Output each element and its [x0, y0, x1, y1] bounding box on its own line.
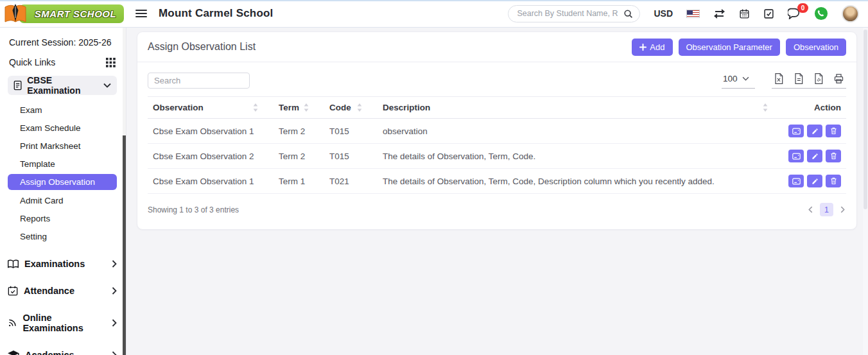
- menu-toggle-button[interactable]: [135, 9, 147, 18]
- cell-code: T015: [324, 144, 378, 169]
- page-size-select[interactable]: 100: [722, 74, 755, 89]
- sort-icon[interactable]: [763, 103, 768, 112]
- logo-text: SMART SCHOOL: [35, 8, 116, 19]
- quick-links-label: Quick Links: [9, 57, 55, 67]
- pagination: 1: [807, 203, 846, 216]
- book-open-icon: [8, 259, 19, 269]
- sort-icon[interactable]: [304, 103, 309, 112]
- print-icon[interactable]: [833, 73, 844, 84]
- export-pdf-icon[interactable]: [813, 73, 824, 84]
- column-header-description[interactable]: Description: [383, 103, 430, 112]
- showing-entries-label: Showing 1 to 3 of 3 entries: [148, 205, 239, 214]
- quick-links-button[interactable]: Quick Links: [9, 57, 116, 67]
- document-icon: [13, 80, 22, 91]
- delete-button[interactable]: [826, 150, 841, 162]
- chevron-right-icon: [112, 319, 117, 327]
- cell-observation: Cbse Exam Observation 1: [148, 169, 273, 194]
- hamburger-icon: [135, 9, 147, 18]
- top-header: SMART SCHOOL Mount Carmel School USD: [0, 0, 868, 28]
- check-square-icon: [763, 8, 774, 19]
- logo-book-icon: [3, 3, 28, 24]
- export-excel-icon[interactable]: [774, 73, 784, 84]
- currency-label[interactable]: USD: [654, 8, 673, 19]
- table-row: Cbse Exam Observation 1 Term 2 T015 obse…: [148, 119, 846, 144]
- sort-icon[interactable]: [357, 103, 362, 112]
- user-avatar[interactable]: [842, 5, 859, 22]
- messages-button[interactable]: 0: [788, 8, 801, 19]
- sidebar-item-exam-schedule[interactable]: Exam Schedule: [8, 119, 117, 137]
- previous-page-button[interactable]: [807, 205, 814, 214]
- pencil-icon: [812, 178, 819, 185]
- export-csv-icon[interactable]: [794, 73, 804, 84]
- pencil-icon: [812, 128, 819, 135]
- whatsapp-button[interactable]: [814, 6, 828, 21]
- edit-button[interactable]: [807, 125, 822, 137]
- sidebar-item-admit-card[interactable]: Admit Card: [8, 191, 117, 209]
- app-logo[interactable]: SMART SCHOOL: [0, 3, 126, 24]
- sidebar-section-cbse-examination[interactable]: CBSE Examination: [8, 76, 117, 95]
- calendar-button[interactable]: [739, 8, 750, 19]
- tasks-button[interactable]: [763, 8, 774, 19]
- sidebar-item-assign-observation[interactable]: Assign Observation: [8, 174, 117, 190]
- delete-button[interactable]: [826, 175, 841, 187]
- column-header-term[interactable]: Term: [279, 103, 299, 112]
- chevron-right-icon: [112, 287, 117, 295]
- graduation-cap-icon: [8, 351, 19, 355]
- calendar-icon: [739, 8, 750, 19]
- chevron-down-icon: [103, 83, 111, 88]
- sidebar-item-setting[interactable]: Setting: [8, 227, 117, 245]
- table-search-input[interactable]: [148, 73, 250, 89]
- page-scrollbar-track[interactable]: [863, 28, 868, 355]
- global-search-input[interactable]: [517, 9, 623, 18]
- cell-term: Term 2: [273, 119, 324, 144]
- add-button[interactable]: Add: [632, 39, 672, 56]
- edit-button[interactable]: [807, 175, 822, 187]
- school-name: Mount Carmel School: [159, 7, 273, 20]
- next-page-button[interactable]: [839, 205, 846, 214]
- cell-observation: Cbse Exam Observation 1: [148, 119, 273, 144]
- assign-card-button[interactable]: [788, 175, 804, 187]
- cell-code: T015: [324, 119, 378, 144]
- column-header-observation[interactable]: Observation: [153, 103, 204, 112]
- whatsapp-icon: [814, 6, 828, 21]
- main-content: Assign Observation List Add Observation …: [126, 28, 868, 355]
- sidebar-item-exam[interactable]: Exam: [8, 101, 117, 119]
- sidebar-item-print-marksheet[interactable]: Print Marksheet: [8, 137, 117, 155]
- language-switch-button[interactable]: [713, 9, 725, 19]
- global-search[interactable]: [508, 5, 640, 22]
- sidebar-item-reports[interactable]: Reports: [8, 209, 117, 227]
- calendar-check-icon: [8, 286, 18, 296]
- sidebar-section-examinations[interactable]: Examinations: [8, 259, 117, 269]
- page-scrollbar-thumb[interactable]: [864, 30, 867, 209]
- assign-card-button[interactable]: [788, 125, 804, 137]
- chevron-down-icon: [742, 76, 749, 81]
- search-icon[interactable]: [623, 9, 633, 19]
- chevron-right-icon: [112, 260, 117, 268]
- sidebar-section-online-examinations[interactable]: Online Examinations: [8, 313, 117, 333]
- swap-arrows-icon: [713, 9, 725, 19]
- current-session-label: Current Session: 2025-26: [9, 37, 116, 48]
- assign-card-button[interactable]: [788, 150, 804, 162]
- column-header-code[interactable]: Code: [329, 103, 351, 112]
- observation-parameter-button[interactable]: Observation Parameter: [679, 39, 780, 56]
- cell-code: T021: [324, 169, 378, 194]
- us-flag-icon[interactable]: [686, 10, 700, 18]
- sidebar-section-academics[interactable]: Academics: [8, 350, 117, 355]
- pencil-icon: [812, 153, 819, 160]
- cell-description: The details of Observation, Term, Code, …: [378, 169, 783, 194]
- page-number-button[interactable]: 1: [820, 203, 833, 216]
- delete-button[interactable]: [826, 125, 841, 137]
- assign-observation-card: Assign Observation List Add Observation …: [137, 31, 857, 230]
- sort-icon[interactable]: [253, 103, 258, 112]
- plus-icon: [639, 44, 647, 51]
- chevron-right-icon: [112, 351, 117, 355]
- sidebar-scrollbar-thumb[interactable]: [123, 135, 126, 355]
- sidebar-item-template[interactable]: Template: [8, 155, 117, 173]
- sidebar-section-attendance[interactable]: Attendance: [8, 286, 117, 296]
- id-card-icon: [792, 153, 801, 160]
- observation-button[interactable]: Observation: [786, 39, 846, 56]
- edit-button[interactable]: [807, 150, 822, 162]
- logo-text-pill: SMART SCHOOL: [19, 4, 124, 23]
- chevron-left-icon: [808, 206, 813, 213]
- table-row: Cbse Exam Observation 1 Term 1 T021 The …: [148, 169, 846, 194]
